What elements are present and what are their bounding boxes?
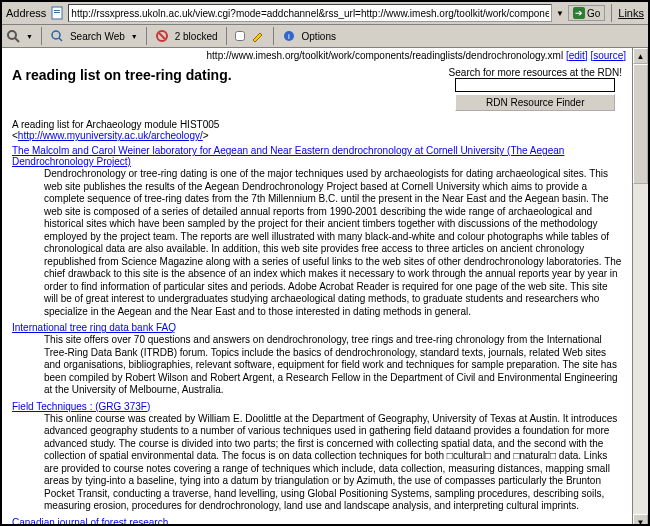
list-item: Field Techniques : (GRG 373F) This onlin…	[2, 397, 632, 513]
dropdown-icon[interactable]: ▼	[131, 33, 138, 40]
rdn-search-input[interactable]	[455, 78, 615, 92]
address-input[interactable]	[68, 4, 552, 22]
separator	[146, 27, 147, 45]
go-label: Go	[587, 8, 600, 19]
entry-link[interactable]: The Malcolm and Carol Weiner laboratory …	[12, 145, 564, 167]
separator	[273, 27, 274, 45]
search-web-icon	[50, 29, 64, 43]
scroll-thumb[interactable]	[633, 64, 648, 184]
source-url: http://www.imesh.org/toolkit/work/compon…	[207, 50, 564, 61]
subtitle-link[interactable]: http://www.myuniversity.ac.uk/archeology…	[18, 130, 203, 141]
page-title: A reading list on tree-ring dating.	[12, 67, 437, 111]
vertical-scrollbar[interactable]: ▲ ▼	[632, 48, 648, 526]
links-menu[interactable]: Links	[618, 7, 644, 19]
svg-rect-2	[54, 12, 60, 13]
separator	[41, 27, 42, 45]
options-icon: i	[282, 29, 296, 43]
scroll-track[interactable]	[633, 64, 648, 514]
scroll-up-icon[interactable]: ▲	[633, 48, 648, 64]
svg-rect-1	[54, 10, 60, 11]
options-button[interactable]: Options	[302, 31, 336, 42]
entry-body: This online course was created by Willia…	[12, 413, 622, 513]
edit-link[interactable]: edit	[569, 50, 585, 61]
search-toolbar: ▼ Search Web ▼ 2 blocked i Options	[2, 25, 648, 48]
blocked-icon	[155, 29, 169, 43]
separator	[226, 27, 227, 45]
source-link[interactable]: source	[593, 50, 623, 61]
entry-link[interactable]: Canadian journal of forest research	[12, 517, 168, 527]
entry-body: Dendrochronology or tree-ring dating is …	[12, 168, 622, 318]
list-item: The Malcolm and Carol Weiner laboratory …	[2, 141, 632, 318]
search-web-button[interactable]: Search Web	[70, 31, 125, 42]
source-line: http://www.imesh.org/toolkit/work/compon…	[2, 48, 632, 63]
autofill-icon	[251, 29, 265, 43]
address-label: Address	[6, 7, 46, 19]
entry-link[interactable]: Field Techniques : (GRG 373F)	[12, 401, 150, 412]
svg-point-5	[52, 31, 60, 39]
list-item: International tree ring data bank FAQ Th…	[2, 318, 632, 397]
go-arrow-icon: ➔	[573, 7, 585, 19]
rdn-search-button[interactable]: RDN Resource Finder	[455, 94, 615, 111]
svg-line-4	[15, 38, 19, 42]
list-item: Canadian journal of forest research The …	[2, 513, 632, 527]
svg-point-3	[8, 31, 16, 39]
svg-line-6	[59, 38, 62, 41]
svg-line-8	[159, 33, 165, 39]
address-bar: Address ▼ ➔ Go Links	[2, 2, 648, 25]
separator	[611, 4, 612, 22]
search-label: Search for more resources at the RDN!	[449, 67, 622, 78]
go-button[interactable]: ➔ Go	[568, 5, 605, 21]
page-content: http://www.imesh.org/toolkit/work/compon…	[2, 48, 632, 526]
subtitle-text: A reading list for Archaeology module HI…	[12, 119, 219, 130]
autofill-checkbox[interactable]	[235, 31, 245, 41]
page-icon	[50, 6, 64, 20]
dropdown-icon[interactable]: ▼	[26, 33, 33, 40]
search-icon[interactable]	[6, 29, 20, 43]
svg-text:i: i	[288, 32, 290, 41]
entry-link[interactable]: International tree ring data bank FAQ	[12, 322, 176, 333]
entry-body: This site offers over 70 questions and a…	[12, 334, 622, 397]
blocked-count[interactable]: 2 blocked	[175, 31, 218, 42]
dropdown-icon[interactable]: ▼	[556, 9, 564, 18]
scroll-down-icon[interactable]: ▼	[633, 514, 648, 526]
